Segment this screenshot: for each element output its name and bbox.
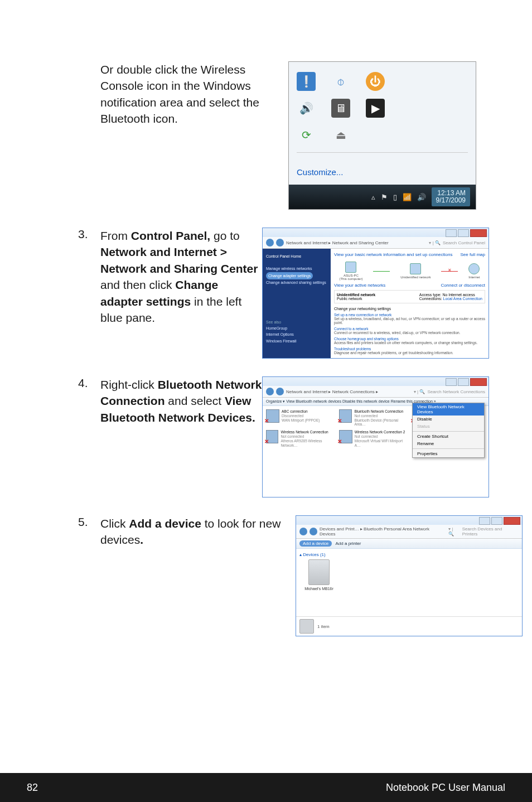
ctx-view-bluetooth-devices[interactable]: View Bluetooth Network Devices [413, 403, 484, 416]
tray-flag-icon: ⚑ [381, 193, 388, 201]
minimize-button[interactable] [479, 517, 490, 525]
connect-disconnect-link[interactable]: Connect or disconnect [441, 283, 485, 288]
intro-text: Or double click the Wireless Console ico… [100, 61, 262, 127]
search-box[interactable]: Search Network Connections [427, 389, 485, 394]
network-node-icon [410, 263, 421, 274]
page-footer: 82 Notebook PC User Manual [0, 773, 532, 802]
screenshot-devices: Devices and Print… ▸ Bluetooth Personal … [296, 515, 523, 636]
connection-icon [339, 430, 352, 443]
media-icon: ▶ [366, 99, 385, 118]
ctx-status[interactable]: Status [413, 423, 484, 430]
safely-remove-icon: ⏏ [331, 125, 350, 144]
connection-item[interactable]: Wireless Network Connection 2Not connect… [339, 430, 409, 447]
forward-button[interactable] [276, 388, 284, 395]
back-button[interactable] [266, 239, 274, 247]
sidebar-change-adapter[interactable]: Change adapter settings [266, 272, 313, 279]
back-button[interactable] [266, 388, 274, 395]
taskbar-clock: 12:13 AM 9/17/2009 [432, 187, 470, 206]
page-number: 82 [27, 782, 38, 794]
clock-date: 9/17/2009 [436, 197, 466, 204]
minimize-button[interactable] [446, 378, 457, 386]
context-menu: View Bluetooth Network Devices Disable S… [412, 403, 485, 458]
maximize-button[interactable] [458, 378, 469, 386]
ctx-properties[interactable]: Properties [413, 450, 484, 457]
add-printer-button[interactable]: Add a printer [336, 541, 361, 546]
action-center-icon: ❕ [297, 72, 316, 91]
ctx-rename[interactable]: Rename [413, 440, 484, 447]
troubleshoot-link[interactable]: Troubleshoot problems [334, 347, 485, 351]
volume-icon: 🔊 [297, 99, 316, 118]
maximize-button[interactable] [491, 517, 502, 525]
add-device-button[interactable]: Add a device [299, 540, 332, 547]
device-item[interactable]: Michael's MB16r [299, 559, 338, 591]
connection-icon [339, 409, 352, 423]
see-full-map-link[interactable]: See full map [461, 252, 485, 257]
sidebar-advanced-sharing[interactable]: Change advanced sharing settings [266, 279, 327, 286]
search-box[interactable]: Search Control Panel [443, 240, 485, 245]
customize-link[interactable]: Customize... [289, 162, 476, 185]
step-number: 3. [78, 228, 100, 241]
tray-network-icon: 📶 [403, 193, 412, 201]
main-title: View your basic network information and … [334, 252, 452, 257]
breadcrumb[interactable]: Network and Internet ▸ Network and Shari… [286, 240, 389, 245]
back-button[interactable] [299, 528, 307, 535]
connection-item[interactable]: Bluetooth Network ConnectionNot connecte… [339, 409, 409, 427]
sidebar-home[interactable]: Control Panel Home [266, 253, 327, 259]
screenshot-network-center: Network and Internet ▸ Network and Shari… [262, 228, 489, 359]
setup-connection-link[interactable]: Set up a new connection or network [334, 313, 485, 317]
active-networks-label: View your active networks [334, 283, 385, 288]
step5-text: Click Add a device to look for new devic… [100, 515, 296, 548]
bluetooth-icon: ⌽ [331, 72, 350, 91]
ctx-create-shortcut[interactable]: Create Shortcut [413, 433, 484, 440]
maximize-button[interactable] [458, 229, 469, 237]
local-area-connection-link[interactable]: Local Area Connection [443, 297, 482, 301]
device-name: Michael's MB16r [304, 587, 333, 591]
internet-icon [468, 263, 480, 274]
tray-volume-icon: 🔊 [417, 193, 426, 201]
sidebar-windows-firewall[interactable]: Windows Firewall [266, 338, 327, 344]
forward-button[interactable] [309, 528, 317, 535]
breadcrumb[interactable]: Network and Internet ▸ Network Connectio… [286, 389, 378, 394]
sidebar: Control Panel Home Manage wireless netwo… [263, 249, 331, 358]
device-icon [308, 559, 330, 585]
connection-icon [266, 409, 279, 423]
search-box[interactable]: Search Devices and Printers [462, 526, 519, 537]
connect-network-link[interactable]: Connect to a network [334, 327, 485, 331]
breadcrumb[interactable]: Devices and Print… ▸ Bluetooth Personal … [320, 526, 446, 537]
close-button[interactable] [470, 378, 487, 386]
forward-button[interactable] [276, 239, 284, 247]
manual-title: Notebook PC User Manual [386, 782, 505, 794]
sidebar-internet-options[interactable]: Internet Options [266, 331, 327, 337]
step4-text: Right-click Bluetooth Network Connection… [100, 376, 262, 426]
tray-expand-icon: ▵ [371, 193, 375, 201]
tray-power-icon: ▯ [393, 193, 397, 201]
connection-item[interactable]: ABC connectionDisconnectedWAN Miniport (… [266, 409, 336, 427]
step-number: 4. [78, 376, 100, 390]
minimize-button[interactable] [446, 229, 457, 237]
connection-icon [266, 430, 278, 443]
close-button[interactable] [470, 229, 487, 237]
network-icon: 🖥 [331, 99, 350, 118]
screenshot-tray: ❕ ⌽ ⏻ 🔊 🖥 ▶ ⟳ ⏏ [288, 61, 476, 210]
step3-text: From Control Panel, go to Network and In… [100, 228, 262, 326]
sync-icon: ⟳ [297, 125, 316, 144]
step-number: 5. [78, 515, 100, 529]
wireless-console-icon: ⏻ [366, 72, 385, 91]
taskbar: ▵ ⚑ ▯ 📶 🔊 12:13 AM 9/17/2009 [289, 185, 476, 209]
computer-icon [345, 262, 356, 273]
connection-item[interactable]: Wireless Network ConnectionNot connected… [266, 430, 336, 447]
ctx-disable[interactable]: Disable [413, 416, 484, 423]
sidebar-manage-wireless[interactable]: Manage wireless networks [266, 265, 327, 272]
footer-icon [299, 619, 314, 634]
see-also-label: See also [266, 319, 327, 325]
sidebar-homegroup[interactable]: HomeGroup [266, 325, 327, 331]
item-count: 1 item [317, 624, 330, 629]
homegroup-link[interactable]: Choose homegroup and sharing options [334, 337, 485, 341]
close-button[interactable] [504, 517, 520, 525]
devices-section-label: ▴ Devices (1) [299, 552, 519, 557]
change-settings-label: Change your networking settings [334, 307, 485, 311]
screenshot-network-connections: Network and Internet ▸ Network Connectio… [262, 376, 489, 497]
